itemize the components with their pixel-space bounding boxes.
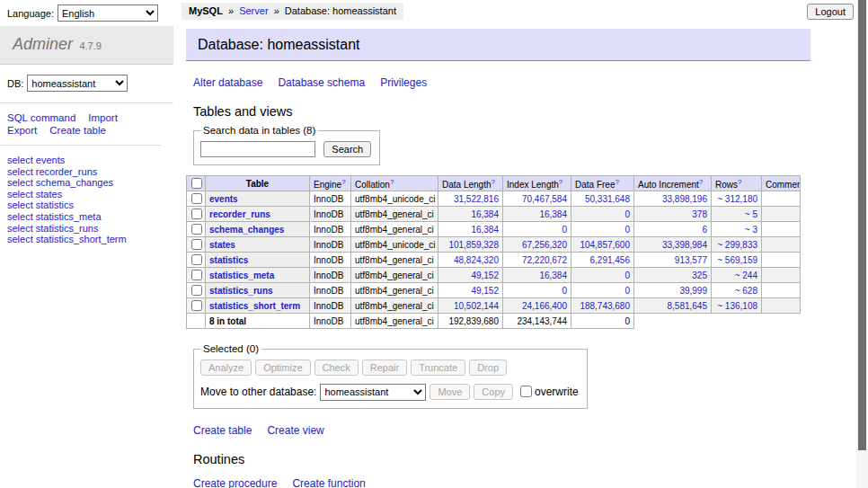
truncate-button[interactable]: Truncate xyxy=(411,359,465,376)
language-select[interactable]: English xyxy=(58,4,158,22)
drop-button[interactable]: Drop xyxy=(469,359,507,376)
help-link[interactable]: ? xyxy=(699,178,703,186)
rows-link[interactable]: ~ 244 xyxy=(735,271,757,280)
index-length-link[interactable]: 0 xyxy=(562,286,567,296)
copy-button[interactable]: Copy xyxy=(474,384,513,400)
help-link[interactable]: ? xyxy=(341,178,345,186)
auto-increment-link[interactable]: 33,398,984 xyxy=(662,240,707,250)
table-name-link[interactable]: statistics xyxy=(209,255,248,265)
index-length-link[interactable]: 16,384 xyxy=(539,271,567,280)
index-length-link[interactable]: 24,166,400 xyxy=(522,301,567,311)
move-db-select[interactable]: homeassistant xyxy=(320,384,426,401)
row-checkbox[interactable] xyxy=(191,254,202,265)
help-link[interactable]: ? xyxy=(738,178,741,186)
row-checkbox[interactable] xyxy=(191,193,202,204)
index-length-link[interactable]: 67,256,320 xyxy=(522,240,567,250)
vertical-scrollbar[interactable] xyxy=(856,0,868,488)
create-link-create-table[interactable]: Create table xyxy=(193,424,252,437)
optimize-button[interactable]: Optimize xyxy=(255,359,310,376)
help-link[interactable]: ? xyxy=(615,178,618,186)
index-length-link[interactable]: 0 xyxy=(562,225,567,235)
analyze-button[interactable]: Analyze xyxy=(200,359,252,376)
check-button[interactable]: Check xyxy=(314,359,359,376)
database-link-alter-database[interactable]: Alter database xyxy=(193,76,262,89)
auto-increment-link[interactable]: 6 xyxy=(702,225,707,235)
table-name-link[interactable]: statistics_meta xyxy=(209,271,274,280)
sidebar-link-select-states[interactable]: select states xyxy=(7,189,173,200)
auto-increment-link[interactable]: 913,577 xyxy=(675,255,707,265)
scrollbar-thumb[interactable] xyxy=(858,0,866,450)
routine-link-create-procedure[interactable]: Create procedure xyxy=(193,477,277,488)
help-link[interactable]: ? xyxy=(390,178,394,186)
table-name-link[interactable]: statistics_runs xyxy=(209,286,273,296)
data-length-link[interactable]: 101,859,328 xyxy=(448,240,499,250)
data-length-link[interactable]: 31,522,816 xyxy=(454,194,499,204)
rows-link[interactable]: ~ 628 xyxy=(735,286,757,296)
move-button[interactable]: Move xyxy=(430,384,470,400)
data-length-link[interactable]: 16,384 xyxy=(471,209,499,219)
db-select[interactable]: homeassistant xyxy=(27,75,128,92)
sidebar-link-select-statistics-runs[interactable]: select statistics_runs xyxy=(7,223,173,235)
row-checkbox[interactable] xyxy=(191,270,202,280)
overwrite-checkbox[interactable] xyxy=(520,386,532,397)
repair-button[interactable]: Repair xyxy=(362,359,407,376)
data-length-link[interactable]: 48,824,320 xyxy=(454,255,499,265)
data-free-link[interactable]: 0 xyxy=(624,271,630,280)
table-name-link[interactable]: events xyxy=(209,194,238,204)
index-length-link[interactable]: 70,467,584 xyxy=(522,194,567,204)
search-button[interactable]: Search xyxy=(323,141,371,157)
rows-link[interactable]: ~ 136,108 xyxy=(717,301,757,311)
sidebar-action-create-table[interactable]: Create table xyxy=(49,124,106,137)
row-checkbox[interactable] xyxy=(191,285,202,296)
create-link-create-view[interactable]: Create view xyxy=(267,424,323,437)
data-free-link[interactable]: 0 xyxy=(624,209,630,219)
rows-link[interactable]: ~ 312,180 xyxy=(717,194,757,204)
routine-link-create-function[interactable]: Create function xyxy=(292,477,365,488)
search-input[interactable] xyxy=(200,141,315,157)
auto-increment-link[interactable]: 33,898,196 xyxy=(662,194,707,204)
sidebar-action-import[interactable]: Import xyxy=(88,111,118,124)
sidebar-action-export[interactable]: Export xyxy=(7,124,37,137)
index-length-link[interactable]: 16,384 xyxy=(539,209,567,219)
sidebar-link-select-statistics-short-term[interactable]: select statistics_short_term xyxy=(7,234,173,245)
sidebar-link-select-statistics[interactable]: select statistics xyxy=(7,200,173,211)
data-free-link[interactable]: 188,743,680 xyxy=(580,301,630,311)
auto-increment-link[interactable]: 8,581,645 xyxy=(668,301,708,311)
row-checkbox[interactable] xyxy=(191,239,202,250)
row-checkbox[interactable] xyxy=(191,300,202,311)
data-free-link[interactable]: 0 xyxy=(624,286,630,296)
sidebar-action-sql-command[interactable]: SQL command xyxy=(7,111,75,124)
auto-increment-link[interactable]: 325 xyxy=(692,271,707,280)
auto-increment-link[interactable]: 378 xyxy=(692,209,707,219)
data-free-link[interactable]: 0 xyxy=(624,225,630,235)
auto-increment-link[interactable]: 39,999 xyxy=(679,286,707,296)
rows-link[interactable]: ~ 3 xyxy=(745,225,757,235)
data-free-link[interactable]: 104,857,600 xyxy=(580,240,630,250)
sidebar-link-select-recorder-runs[interactable]: select recorder_runs xyxy=(7,166,173,178)
logout-button[interactable]: Logout xyxy=(807,4,854,20)
table-name-link[interactable]: states xyxy=(209,240,235,250)
row-checkbox[interactable] xyxy=(191,224,202,235)
sidebar-link-select-events[interactable]: select events xyxy=(7,155,173,166)
rows-link[interactable]: ~ 5 xyxy=(745,209,757,219)
sidebar-link-select-schema-changes[interactable]: select schema_changes xyxy=(7,177,173,189)
database-link-database-schema[interactable]: Database schema xyxy=(278,76,365,89)
help-link[interactable]: ? xyxy=(559,178,562,186)
data-length-link[interactable]: 10,502,144 xyxy=(454,301,499,311)
rows-link[interactable]: ~ 569,159 xyxy=(717,255,757,265)
sidebar-link-select-statistics-meta[interactable]: select statistics_meta xyxy=(7,211,173,223)
data-length-link[interactable]: 16,384 xyxy=(471,225,499,235)
rows-link[interactable]: ~ 299,833 xyxy=(717,240,757,250)
row-checkbox[interactable] xyxy=(191,209,202,219)
database-link-privileges[interactable]: Privileges xyxy=(380,76,427,89)
data-length-link[interactable]: 49,152 xyxy=(471,271,499,280)
data-free-link[interactable]: 6,291,456 xyxy=(590,255,631,265)
index-length-link[interactable]: 72,220,672 xyxy=(522,255,567,265)
data-free-link[interactable]: 50,331,648 xyxy=(585,194,630,204)
table-name-link[interactable]: recorder_runs xyxy=(209,209,270,219)
help-link[interactable]: ? xyxy=(492,178,495,186)
select-all-checkbox[interactable] xyxy=(191,178,202,189)
table-name-link[interactable]: statistics_short_term xyxy=(209,301,300,311)
data-length-link[interactable]: 49,152 xyxy=(471,286,499,296)
table-name-link[interactable]: schema_changes xyxy=(209,225,284,235)
